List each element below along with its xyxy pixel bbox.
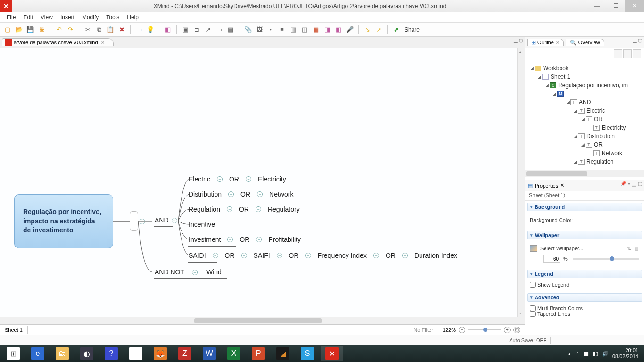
or-label[interactable]: OR bbox=[240, 190, 250, 198]
or-label[interactable]: OR bbox=[229, 175, 239, 183]
app1-taskbar-icon[interactable]: ◐ bbox=[75, 346, 98, 361]
legend-section[interactable]: ▾Legend bbox=[527, 270, 642, 278]
minimize-pane-icon[interactable]: ▁ bbox=[514, 38, 518, 43]
explorer-taskbar-icon[interactable]: 🗂 bbox=[51, 346, 74, 361]
sheet-button[interactable]: ◫ bbox=[300, 25, 309, 34]
app3-taskbar-icon[interactable]: ◢ bbox=[272, 346, 294, 361]
maximize-pane-icon[interactable]: ▢ bbox=[638, 181, 642, 186]
zoom-slider[interactable] bbox=[468, 329, 501, 330]
minimize-pane-icon[interactable]: ▁ bbox=[633, 38, 637, 43]
image-button[interactable]: 🖼 bbox=[255, 25, 264, 34]
wallpaper-section[interactable]: ▾Wallpaper bbox=[527, 231, 642, 239]
zoom-out-button[interactable]: − bbox=[459, 327, 465, 333]
tray-up-icon[interactable]: ▴ bbox=[568, 351, 571, 357]
maximize-button[interactable]: ☐ bbox=[606, 0, 625, 12]
editor-tab-close[interactable]: ✕ bbox=[101, 40, 105, 45]
flag-icon[interactable]: ⚐ bbox=[575, 351, 579, 357]
outline-scrollbar[interactable] bbox=[525, 170, 644, 177]
and-expand[interactable]: − bbox=[172, 218, 177, 223]
andnot-expand[interactable]: − bbox=[192, 270, 198, 275]
drillup-button[interactable]: ↘ bbox=[363, 25, 372, 34]
open-button[interactable]: 📂 bbox=[14, 25, 24, 34]
andnot-node[interactable]: AND NOT bbox=[155, 268, 184, 276]
delete-button[interactable]: ✖ bbox=[117, 25, 126, 34]
powerpoint-taskbar-icon[interactable]: P bbox=[247, 346, 270, 361]
idea-button[interactable]: 💡 bbox=[146, 25, 155, 34]
redo-button[interactable]: ↷ bbox=[66, 25, 75, 34]
regulation-node[interactable]: Regulation bbox=[189, 206, 220, 213]
tapered-checkbox[interactable]: Tapered Lines bbox=[530, 311, 639, 317]
expand-dot-icon[interactable]: − bbox=[305, 253, 311, 258]
expand-dot-icon[interactable]: − bbox=[246, 176, 251, 182]
gantt-button[interactable]: ▦ bbox=[311, 25, 321, 34]
saidi-node[interactable]: SAIDI bbox=[189, 252, 206, 259]
menu-edit[interactable]: Edit bbox=[19, 13, 37, 22]
menu-view[interactable]: View bbox=[37, 13, 57, 22]
menu-help[interactable]: Help bbox=[123, 13, 142, 22]
minimize-pane-icon[interactable]: ▁ bbox=[632, 181, 636, 186]
outline-collapse-button[interactable] bbox=[623, 49, 632, 58]
share-button[interactable]: Share bbox=[405, 26, 420, 33]
collapsed-connector[interactable] bbox=[130, 211, 138, 231]
battery-icon[interactable]: ▮▮ bbox=[583, 351, 589, 357]
taskbar-clock[interactable]: 20:01 08/02/2014 bbox=[612, 347, 638, 360]
zotero-taskbar-icon[interactable]: Z bbox=[173, 346, 196, 361]
incentive-node[interactable]: Incentive bbox=[189, 221, 215, 228]
audio-button[interactable]: 🎤 bbox=[345, 25, 355, 34]
wallpaper-opacity-slider[interactable] bbox=[573, 258, 639, 260]
excel-taskbar-icon[interactable]: X bbox=[223, 346, 245, 361]
properties-tab-close[interactable]: ✕ bbox=[560, 182, 564, 189]
align-button[interactable]: ≡ bbox=[277, 25, 287, 34]
zoom-fit-button[interactable]: ⊡ bbox=[513, 327, 520, 333]
wallpaper-updown-icon[interactable]: ⇅ bbox=[627, 246, 631, 252]
expand-dot-icon[interactable]: − bbox=[227, 237, 233, 242]
expand-dot-icon[interactable]: − bbox=[256, 206, 261, 212]
network-node[interactable]: Network bbox=[269, 190, 293, 198]
or-label[interactable]: OR bbox=[239, 206, 249, 213]
wallpaper-opacity-input[interactable] bbox=[543, 255, 560, 263]
pin-icon[interactable]: 📌 bbox=[620, 181, 626, 186]
expand-dot-icon[interactable]: − bbox=[213, 253, 218, 258]
start-button[interactable]: ⊞ bbox=[2, 346, 25, 361]
zoom-in-button[interactable]: + bbox=[504, 327, 511, 333]
note-button[interactable]: ▤ bbox=[226, 25, 235, 34]
menu-file[interactable]: File bbox=[3, 13, 19, 22]
filter-status[interactable]: No Filter bbox=[409, 327, 438, 333]
expand-dot-icon[interactable]: − bbox=[228, 191, 234, 197]
freqidx-node[interactable]: Frequency Index bbox=[318, 252, 367, 259]
root-topic[interactable]: Regulação por incentivo, impacto na estr… bbox=[14, 194, 113, 248]
paste-button[interactable]: 📋 bbox=[106, 25, 115, 34]
minimize-button[interactable]: — bbox=[587, 0, 606, 12]
summary-button[interactable]: ⊐ bbox=[192, 25, 201, 34]
properties-tab[interactable]: Properties bbox=[535, 183, 558, 189]
or-label[interactable]: OR bbox=[386, 252, 396, 259]
wind-node[interactable]: Wind bbox=[206, 268, 222, 276]
dropdown-icon[interactable]: ▾ bbox=[628, 181, 630, 186]
multibranch-checkbox[interactable]: Multi Branch Colors bbox=[530, 305, 639, 311]
expand-dot-icon[interactable]: − bbox=[277, 253, 282, 258]
share-icon[interactable]: ⬈ bbox=[391, 25, 401, 34]
menu-tools[interactable]: Tools bbox=[102, 13, 123, 22]
firefox-taskbar-icon[interactable]: 🦊 bbox=[149, 346, 172, 361]
profitability-node[interactable]: Profitability bbox=[268, 236, 300, 243]
outline-tab[interactable]: ⊞ Outline ✕ bbox=[527, 39, 564, 46]
expand-dot-icon[interactable]: − bbox=[227, 206, 232, 212]
select-wallpaper-button[interactable]: Select Wallpaper... bbox=[540, 246, 624, 251]
close-button[interactable]: ✕ bbox=[625, 0, 644, 12]
label-button[interactable]: ▭ bbox=[215, 25, 224, 34]
electric-node[interactable]: Electric bbox=[189, 175, 210, 183]
background-section[interactable]: ▾Background bbox=[527, 203, 642, 211]
undo-button[interactable]: ↶ bbox=[54, 25, 64, 34]
regulatory-node[interactable]: Regulatory bbox=[268, 206, 300, 213]
expand-dot-icon[interactable]: − bbox=[256, 237, 262, 242]
distribution-node[interactable]: Distribution bbox=[189, 190, 222, 198]
relationship-button[interactable]: ↗ bbox=[203, 25, 213, 34]
copy-button[interactable]: ⧉ bbox=[94, 25, 104, 34]
wifi-icon[interactable]: ▮▯ bbox=[593, 351, 598, 357]
mindmap-canvas[interactable]: Regulação por incentivo, impacto na estr… bbox=[0, 48, 525, 317]
maximize-pane-icon[interactable]: ▢ bbox=[638, 38, 642, 43]
expand-dot-icon[interactable]: − bbox=[373, 253, 379, 258]
menu-modify[interactable]: Modify bbox=[78, 13, 102, 22]
ie-taskbar-icon[interactable]: e bbox=[26, 346, 49, 361]
drilldown2-button[interactable]: ↗ bbox=[374, 25, 383, 34]
